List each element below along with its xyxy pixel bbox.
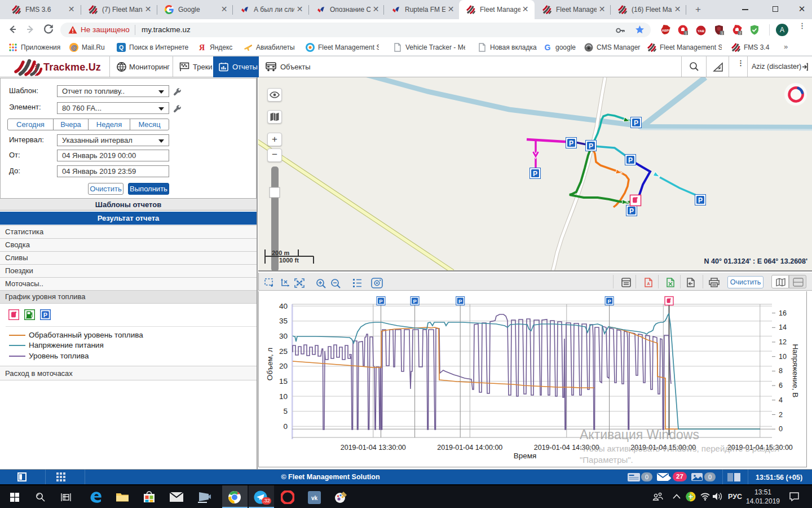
- svg-text:10: 10: [779, 353, 787, 361]
- svg-text:"Параметры".: "Параметры".: [580, 455, 633, 465]
- svg-text:Активация Windows: Активация Windows: [580, 427, 699, 442]
- svg-text:Чтобы активировать Windows, пе: Чтобы активировать Windows, перейдите в …: [580, 444, 779, 453]
- svg-text:30: 30: [279, 332, 288, 340]
- svg-text:Время: Время: [514, 452, 537, 460]
- svg-text:Q: Q: [119, 44, 123, 51]
- svg-text:10: 10: [279, 392, 288, 401]
- svg-text:25: 25: [279, 347, 288, 356]
- svg-text:2: 2: [779, 411, 783, 419]
- svg-text:Напряжение, В: Напряжение, В: [791, 344, 800, 398]
- svg-text:A: A: [647, 282, 650, 286]
- svg-text:1: 1: [721, 31, 723, 35]
- svg-text:P: P: [458, 298, 462, 304]
- svg-text:N 40° 01.3124' : E 064° 13.260: N 40° 01.3124' : E 064° 13.2608': [704, 257, 807, 265]
- svg-text:1000 ft: 1000 ft: [279, 257, 299, 264]
- svg-text:0: 0: [779, 425, 783, 433]
- svg-text:2019-01-04 14:00:00: 2019-01-04 14:00:00: [437, 444, 502, 452]
- svg-text:ABP: ABP: [662, 29, 669, 32]
- svg-text:20: 20: [279, 362, 288, 370]
- svg-text:8: 8: [779, 367, 783, 375]
- svg-text:6: 6: [779, 382, 783, 389]
- svg-text:4: 4: [779, 396, 783, 404]
- svg-text:@: @: [71, 44, 77, 51]
- svg-text:15: 15: [279, 377, 288, 386]
- svg-text:vk: vk: [311, 495, 318, 501]
- svg-text:35: 35: [279, 317, 288, 325]
- svg-text:2019-01-04 13:30:00: 2019-01-04 13:30:00: [341, 444, 406, 452]
- svg-text:FMS: FMS: [35, 63, 38, 76]
- svg-text:Я: Я: [199, 43, 205, 52]
- svg-text:12: 12: [779, 338, 787, 346]
- svg-text:16: 16: [779, 309, 787, 317]
- svg-text:Объем, л: Объем, л: [266, 348, 274, 380]
- svg-text:YAB: YAB: [698, 29, 705, 33]
- svg-text:P: P: [43, 312, 47, 318]
- svg-text:G: G: [545, 43, 551, 52]
- svg-text:1: 1: [685, 31, 687, 35]
- svg-text:40: 40: [279, 302, 288, 310]
- svg-text:P: P: [379, 298, 383, 304]
- svg-text:2: 2: [739, 31, 742, 35]
- svg-text:14: 14: [779, 323, 787, 331]
- svg-text:P: P: [413, 298, 417, 304]
- svg-text:5: 5: [283, 407, 288, 415]
- svg-text:P: P: [607, 298, 611, 304]
- svg-text:200 m: 200 m: [272, 249, 289, 256]
- svg-text:0: 0: [283, 422, 288, 431]
